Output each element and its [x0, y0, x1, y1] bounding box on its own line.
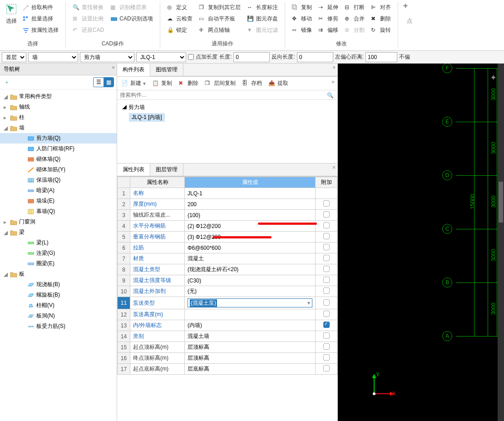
- length-input[interactable]: [233, 52, 270, 62]
- extra-checkbox[interactable]: [323, 332, 330, 339]
- v-scrollbar[interactable]: [498, 64, 504, 421]
- extra-checkbox[interactable]: [323, 299, 330, 306]
- floor-select[interactable]: 首层: [2, 52, 26, 62]
- property-row[interactable]: 14类别混凝土墙: [118, 331, 337, 342]
- pick-component-button[interactable]: 拾取构件: [21, 3, 60, 12]
- extra-checkbox[interactable]: [323, 211, 330, 218]
- view-list-button[interactable]: ☰: [94, 78, 104, 87]
- tab-component-list[interactable]: 构件列表: [117, 64, 150, 76]
- extra-checkbox[interactable]: [323, 343, 330, 350]
- tree-item[interactable]: ◢梁: [0, 227, 117, 238]
- property-row[interactable]: 2厚度(mm)200: [118, 199, 337, 210]
- extra-checkbox[interactable]: [323, 311, 330, 317]
- auto-level-button[interactable]: ▭自动平齐板: [198, 14, 242, 24]
- tree-item[interactable]: 现浇板(B): [0, 279, 117, 290]
- tree-item[interactable]: ◢墙: [0, 123, 117, 133]
- nav-tree[interactable]: ◢常用构件类型▸轴线▸柱◢墙剪力墙(Q)人防门框墙(RF)砌体墙(Q)砌体加筋(…: [0, 89, 117, 421]
- archive-button[interactable]: 🗄存档: [241, 79, 263, 88]
- extra-checkbox[interactable]: [323, 266, 330, 272]
- tree-item[interactable]: ◢板: [0, 269, 117, 279]
- tree-item[interactable]: ◢常用构件类型: [0, 91, 117, 102]
- tree-item[interactable]: 板受力筋(S): [0, 321, 117, 332]
- tree-item[interactable]: ▸轴线: [0, 102, 117, 112]
- property-row[interactable]: 6拉筋Φ6@600*600: [118, 243, 337, 253]
- cad-options-button[interactable]: CAD识别选项: [109, 14, 154, 24]
- add-button[interactable]: ＋: [3, 77, 11, 87]
- tab-drawing-mgmt[interactable]: 图纸管理: [150, 64, 183, 76]
- new-button[interactable]: 📄新建▾: [120, 79, 147, 88]
- property-row[interactable]: 12泵送高度(m): [118, 309, 337, 320]
- select-button[interactable]: 选择: [4, 2, 19, 36]
- extra-checkbox[interactable]: [323, 255, 330, 261]
- offset-button[interactable]: ⇉偏移: [317, 25, 340, 35]
- property-row[interactable]: 13内/外墙标志(内墙): [118, 320, 337, 331]
- tree-item[interactable]: 砌体墙(Q): [0, 154, 117, 164]
- copy-button[interactable]: ⿻复制: [291, 3, 313, 12]
- extra-checkbox[interactable]: [323, 200, 330, 207]
- property-row[interactable]: 3轴线距左墙皮...(100): [118, 210, 337, 221]
- property-row[interactable]: 8混凝土类型(现浇混凝土碎石<20): [118, 264, 337, 275]
- extra-checkbox[interactable]: [323, 233, 330, 239]
- define-button[interactable]: ◎定义: [166, 3, 194, 12]
- tree-item[interactable]: 保温墙(Q): [0, 175, 117, 185]
- tree-item[interactable]: 人防门框墙(RF): [0, 144, 117, 154]
- two-point-aux-button[interactable]: ✛两点辅轴: [198, 25, 242, 35]
- nav-close-button[interactable]: ×: [112, 64, 115, 71]
- delete-comp-button[interactable]: ✖删除: [177, 79, 200, 88]
- align-button[interactable]: ⊫对齐: [370, 3, 392, 12]
- property-row[interactable]: 11泵送类型(混凝土泵)▾: [118, 297, 337, 309]
- extra-checkbox[interactable]: [323, 354, 330, 361]
- save-elem-button[interactable]: 💾图元存盘: [246, 14, 279, 24]
- tree-item[interactable]: 暗梁(A): [0, 185, 117, 196]
- rotate-button[interactable]: ↻旋转: [370, 25, 392, 35]
- select-by-attr-button[interactable]: 按属性选择: [21, 25, 60, 35]
- identify-floor-button[interactable]: ▦识别楼层表: [109, 3, 154, 12]
- property-row[interactable]: 10混凝土外加剂(无): [118, 286, 337, 297]
- copy-comp-button[interactable]: 📋复制: [151, 79, 173, 88]
- tree-item[interactable]: 螺旋板(B): [0, 290, 117, 300]
- prop-close-button[interactable]: ×: [332, 164, 336, 171]
- batch-select-button[interactable]: 批量选择: [21, 14, 60, 24]
- property-row[interactable]: 7材质混凝土: [118, 253, 337, 264]
- merge-button[interactable]: ⊕合并: [343, 14, 366, 24]
- tree-item[interactable]: 板洞(N): [0, 311, 117, 321]
- tree-item[interactable]: 墙垛(E): [0, 196, 117, 206]
- set-scale-button[interactable]: ⊞设置比例: [71, 14, 105, 24]
- type-select[interactable]: 剪力墙: [80, 52, 134, 62]
- view-grid-button[interactable]: ▦: [104, 78, 114, 87]
- extra-checkbox[interactable]: [323, 287, 330, 294]
- component-tree[interactable]: ◢ 剪力墙 JLQ-1 [内墙]: [117, 100, 337, 163]
- property-row[interactable]: 16终点顶标高(m)层顶标高: [118, 353, 337, 364]
- add-length-checkbox[interactable]: [188, 54, 194, 60]
- delete-button[interactable]: ✖删除: [370, 14, 392, 24]
- tree-item[interactable]: 连梁(G): [0, 248, 117, 258]
- tab-property-list[interactable]: 属性列表: [117, 163, 150, 176]
- viewport[interactable]: FEDCBA3000300030003000300015000 ✦ X Y: [338, 64, 504, 421]
- point-button[interactable]: ✚ 点: [402, 2, 417, 26]
- tree-item[interactable]: 砌体加筋(Y): [0, 164, 117, 175]
- tree-item[interactable]: 剪力墙(Q): [0, 133, 117, 144]
- copy-to-layer-button[interactable]: ❐复制到其它层: [198, 3, 242, 12]
- property-row[interactable]: 1名称JLQ-1: [118, 188, 337, 199]
- more-button[interactable]: »: [331, 79, 335, 88]
- extra-checkbox[interactable]: [323, 277, 330, 283]
- extract-button[interactable]: 📤提取: [267, 79, 290, 88]
- tree-item[interactable]: JLQ-1 [内墙]: [120, 112, 335, 123]
- extra-checkbox[interactable]: [323, 365, 330, 371]
- tree-item[interactable]: 梁(L): [0, 238, 117, 248]
- tab-layer-mgmt[interactable]: 图层管理: [150, 163, 183, 176]
- extra-checkbox[interactable]: [323, 222, 330, 228]
- property-row[interactable]: 9混凝土强度等级(C30): [118, 275, 337, 286]
- tree-root[interactable]: ◢ 剪力墙: [120, 103, 335, 112]
- elem-filter-button[interactable]: ▼图元过滤: [246, 25, 279, 35]
- lock-button[interactable]: 🔒锁定: [166, 25, 194, 35]
- trim-button[interactable]: ✂修剪: [317, 14, 340, 24]
- split-button[interactable]: ⊘分割: [343, 25, 366, 35]
- tree-item[interactable]: 柱帽(V): [0, 300, 117, 311]
- property-row[interactable]: 15起点顶标高(m)层顶标高: [118, 342, 337, 353]
- search-icon[interactable]: 🔍: [327, 92, 334, 99]
- floor-copy-button[interactable]: ❐层间复制: [203, 79, 237, 88]
- restore-cad-button[interactable]: ↶还原CAD: [71, 25, 105, 35]
- category-select[interactable]: 墙: [28, 52, 78, 62]
- break-button[interactable]: ⊟打断: [343, 3, 366, 12]
